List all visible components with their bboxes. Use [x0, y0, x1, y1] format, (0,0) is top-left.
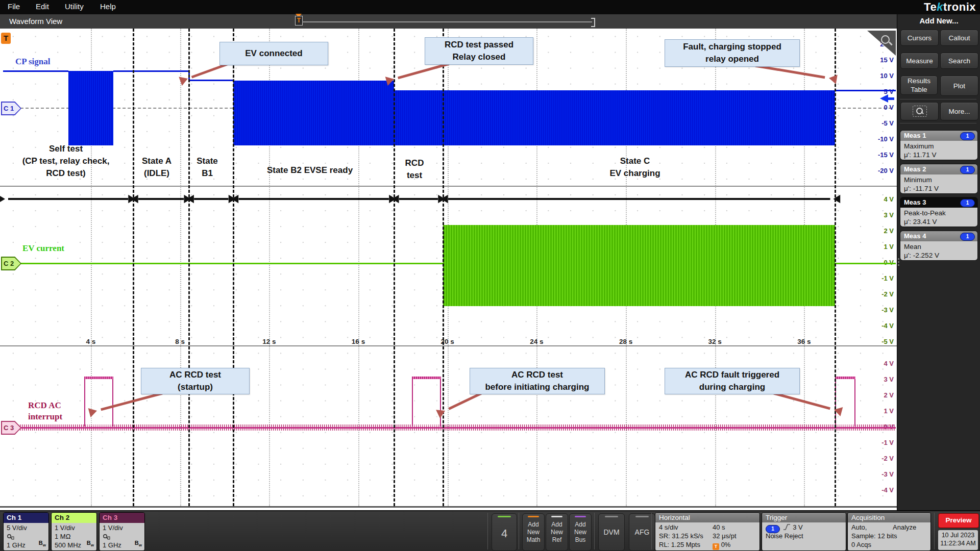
measurement-card-3[interactable]: Meas 31Peak-to-Peakμ': 23.41 V: [900, 197, 978, 227]
sidebar-divider: [900, 123, 976, 123]
trigger-level: 3 V: [793, 523, 803, 531]
oscilloscope-screen: File Edit Utility Help Tektronix Wavefor…: [0, 0, 980, 551]
menu-bar: File Edit Utility Help Tektronix: [0, 0, 980, 14]
plot-button[interactable]: Plot: [940, 76, 978, 96]
channel-3-ground-marker[interactable]: C 3: [1, 421, 21, 435]
callout-arrow: [449, 393, 481, 409]
trigger-mode: Noise Reject: [766, 532, 803, 540]
measurement-source-badge: 1: [960, 132, 975, 140]
channel-1-ground-marker[interactable]: C 1: [1, 102, 21, 115]
trigger-panel[interactable]: Trigger 1 3 V Noise Reject: [762, 512, 846, 551]
record-view-end-bracket[interactable]: [591, 18, 595, 27]
waveform-view-title: Waveform View: [9, 17, 62, 26]
channel-badge-header: Ch 1: [4, 513, 48, 523]
search-button[interactable]: Search: [940, 53, 978, 69]
measure-button[interactable]: Measure: [900, 53, 939, 69]
trigger-arrow-head: [880, 94, 888, 103]
callout-arrowhead: [385, 77, 394, 86]
acquisition-title: Acquisition: [848, 513, 930, 522]
channel-3-badge[interactable]: Ch 31 V/div1 GHzBw: [99, 512, 145, 551]
trigger-level-arrow[interactable]: [877, 94, 895, 103]
callout-arrowhead: [88, 408, 97, 417]
add-new-accent: [528, 516, 539, 517]
callout-button[interactable]: Callout: [940, 30, 978, 46]
date-label: 10 Jul 2023: [938, 531, 978, 539]
sample-resolution: 32 μs/pt: [713, 532, 737, 540]
channel-2-badge[interactable]: Ch 21 V/div1 MΩ500 MHzBw: [51, 512, 97, 551]
channel-badge-body: 1 V/div1 GHzBw: [100, 523, 144, 551]
probe-icon: [103, 534, 111, 540]
statusbar-separator: [594, 513, 595, 549]
add-new-bus-button[interactable]: AddNewBus: [569, 513, 592, 551]
measurement-card-body: Maximumμ': 11.71 V: [900, 141, 977, 160]
dvm-label: DVM: [599, 528, 624, 536]
menu-file[interactable]: File: [8, 2, 20, 11]
callout-box[interactable]: RCD test passedRelay closed: [425, 37, 533, 65]
datetime-display: 10 Jul 2023 11:22:34 AM: [938, 530, 978, 550]
record-length: RL: 1.25 Mpts: [659, 541, 700, 548]
trigger-source-badge-plot[interactable]: T: [1, 33, 11, 44]
acquisition-count: 0 Acqs: [851, 541, 871, 548]
afg-accent: [635, 516, 649, 517]
measurement-card-body: Peak-to-Peakμ': 23.41 V: [900, 208, 977, 227]
record-view-line[interactable]: [302, 21, 592, 22]
stage-span-arrowhead: [389, 195, 396, 203]
plot-bottom-border: [0, 506, 897, 508]
annotation-arrows-layer: [0, 29, 897, 506]
measurement-card-1[interactable]: Meas 11Maximumμ': 11.71 V: [900, 130, 978, 160]
channel-4-button[interactable]: 4: [492, 513, 517, 551]
callout-arrow: [101, 393, 162, 410]
menu-utility[interactable]: Utility: [65, 2, 84, 11]
horizontal-panel[interactable]: Horizontal 4 s/div 40 s SR: 31.25 kS/s 3…: [655, 512, 760, 551]
callout-arrow: [755, 66, 825, 78]
trigger-position-readout: T 0%: [713, 541, 730, 550]
channel-badge-body: 1 V/div1 MΩ500 MHzBw: [52, 523, 96, 551]
callout-box[interactable]: AC RCD test(startup): [141, 368, 250, 394]
tektronix-logo: Tektronix: [924, 1, 976, 14]
stage-span-arrowhead: [438, 195, 445, 203]
stage-span-arrowhead: [0, 195, 5, 203]
zoom-browse-icon: [913, 106, 927, 117]
measurement-card-2[interactable]: Meas 21Minimumμ': -11.71 V: [900, 164, 978, 194]
add-new-label: AddNewMath: [523, 521, 544, 544]
measurement-card-header: Meas 11: [900, 131, 977, 141]
callout-arrow: [774, 393, 830, 409]
measurement-card-header: Meas 21: [900, 164, 977, 174]
zoom-browse-button[interactable]: [900, 102, 939, 120]
add-new-math-button[interactable]: AddNewMath: [522, 513, 545, 551]
callout-box[interactable]: AC RCD testbefore initiating charging: [470, 368, 605, 394]
add-new-accent: [551, 516, 562, 517]
stage-span-arrowhead: [229, 195, 236, 203]
callout-arrow: [192, 64, 227, 77]
callout-box[interactable]: AC RCD fault triggeredduring charging: [665, 368, 800, 394]
trigger-title: Trigger: [762, 513, 846, 522]
add-new-label: AddNewRef: [546, 521, 568, 544]
menu-edit[interactable]: Edit: [36, 2, 49, 11]
bandwidth-badge: Bw: [87, 539, 94, 549]
add-new-accent: [575, 516, 586, 517]
acquisition-mode: Auto,: [851, 523, 867, 531]
horizontal-title: Horizontal: [655, 513, 760, 522]
more-button[interactable]: More...: [940, 102, 978, 120]
cursors-button[interactable]: Cursors: [900, 30, 939, 46]
bandwidth-badge: Bw: [39, 539, 46, 549]
acquisition-panel[interactable]: Acquisition Auto, Analyze Sample: 12 bit…: [847, 512, 931, 551]
preview-button[interactable]: Preview: [938, 513, 979, 528]
channel-2-ground-marker[interactable]: C 2: [1, 257, 21, 270]
menu-help[interactable]: Help: [100, 2, 116, 11]
bandwidth-badge: Bw: [135, 539, 142, 549]
measurement-card-header: Meas 31: [900, 197, 977, 208]
statusbar-separator: [487, 513, 488, 549]
trigger-position-flag-icon[interactable]: T: [295, 16, 303, 26]
callout-box[interactable]: Fault, charging stoppedrelay opened: [665, 39, 800, 67]
channel-1-badge[interactable]: Ch 15 V/div1 GHzBw: [3, 512, 49, 551]
measurement-source-badge: 1: [960, 233, 975, 241]
results-table-button[interactable]: Results Table: [900, 76, 938, 95]
sidebar-drag-handle[interactable]: [898, 257, 900, 267]
dvm-button[interactable]: DVM: [598, 513, 625, 551]
waveform-plot-area[interactable]: 20 V15 V10 V5 V0 V-5 V-10 V-15 V-20 V4 V…: [0, 29, 897, 510]
add-new-ref-button[interactable]: AddNewRef: [546, 513, 568, 551]
callout-box[interactable]: EV connected: [219, 42, 328, 65]
measurement-card-4[interactable]: Meas 41Meanμ': -2.252 V: [900, 231, 978, 261]
status-bar: Ch 15 V/div1 GHzBwCh 21 V/div1 MΩ500 MHz…: [0, 510, 980, 551]
